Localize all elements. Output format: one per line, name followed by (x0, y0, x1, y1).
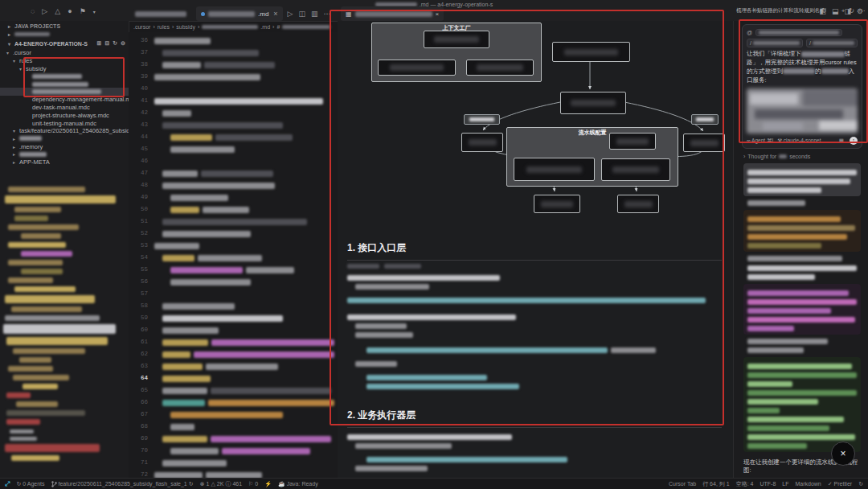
blurred-line (355, 284, 722, 290)
bolt-icon[interactable]: ⚡ (264, 481, 272, 487)
eol-status[interactable]: LF (782, 481, 788, 487)
cursor-ide-window: .md — a4-energy-operation-s ◌ ▷ △ ● ⚑ ▾ … (0, 0, 868, 489)
search-icon[interactable]: ◌ (31, 7, 35, 15)
sync-icon[interactable]: ↻ (858, 481, 863, 487)
new-folder-icon[interactable]: ⊟ (104, 40, 109, 47)
tree-item[interactable]: ▸ (0, 135, 129, 143)
breadcrumb-subsidy[interactable]: subsidy (176, 24, 195, 30)
at-icon[interactable]: @ (747, 30, 752, 35)
cursor-tab-status[interactable]: Cursor Tab (669, 481, 696, 487)
agent-mode[interactable]: ∞ Agent ⌘I (747, 138, 773, 144)
tree-item[interactable] (0, 88, 129, 96)
heading-interface-entry-layer: 1. 接口入口层 (347, 241, 722, 261)
thought-row[interactable]: › Thought for seconds (743, 154, 861, 159)
blurred-chat-text (743, 200, 861, 206)
blurred-line (747, 364, 857, 369)
blurred-line (347, 314, 722, 320)
history-icon[interactable]: ↻ (849, 7, 854, 14)
blurred-line (10, 437, 129, 441)
line-col-status[interactable]: 行 64, 列 1 (702, 480, 729, 488)
breadcrumb[interactable]: .cursor› rules› subsidy› .md› # (133, 22, 334, 32)
tree-item-project-structure-always-mdc[interactable]: project-structure-always.mdc (0, 112, 129, 120)
split-editor-icon[interactable]: ◫ (299, 10, 306, 18)
breadcrumb-cursor[interactable]: .cursor (133, 24, 150, 30)
blurred-segment (162, 339, 208, 346)
run-file-icon[interactable]: ▷ (288, 10, 293, 18)
problems-status[interactable]: ⊗1 △2K ⓘ461 (200, 480, 242, 488)
prettier-status[interactable]: ✓ Prettier (828, 481, 852, 487)
tree-item-rules[interactable]: ▾rules (0, 57, 129, 65)
tree-item--cursor[interactable]: ▾.cursor (0, 49, 129, 57)
blurred-line (11, 306, 129, 312)
line-number: 38 (129, 59, 148, 71)
line-number: 37 (129, 47, 148, 59)
language-status[interactable]: Markdown (795, 481, 821, 487)
code-editor[interactable]: 3637383940414243444546474849505152535455… (129, 32, 338, 479)
blurred-code-line (154, 264, 334, 276)
tree-item-app-meta[interactable]: ▸APP-META (0, 158, 129, 166)
tree-item--memory[interactable]: ▸.memory (0, 142, 129, 150)
new-file-icon[interactable]: ⊞ (97, 40, 102, 47)
blurred-segment (162, 436, 207, 442)
bookmark-icon[interactable]: ⚑ (80, 7, 86, 15)
context-pill[interactable]: / (747, 39, 803, 47)
flag-status[interactable]: ⚐0 (248, 481, 258, 487)
layout-icon[interactable]: ▥ (311, 10, 318, 18)
more-icon[interactable]: ⋯ (858, 7, 865, 14)
record-icon[interactable]: ● (68, 7, 72, 15)
section-blurred[interactable]: ▸ (0, 29, 129, 37)
refresh-icon[interactable]: ↻ (113, 40, 117, 47)
breadcrumb-rules[interactable]: rules (158, 24, 170, 30)
collapse-all-icon[interactable]: ⊖ (121, 40, 125, 47)
encoding-status[interactable]: UTF-8 (760, 481, 776, 487)
blurred-line (747, 216, 857, 222)
blurred-line (747, 381, 857, 387)
context-pill[interactable] (755, 29, 842, 36)
git-branch[interactable]: feature/20250611_25406285_subsidy_flash_… (51, 481, 194, 487)
diagram-node (466, 60, 534, 76)
line-number: 36 (129, 35, 148, 47)
attached-image[interactable] (747, 88, 858, 134)
close-icon[interactable]: × (273, 10, 277, 18)
tree-item-task-feature-20250611-25406285[interactable]: ▾task/feature/20250611_25406285_subsidy_… (0, 127, 129, 135)
chevron-down-icon[interactable]: ▾ (93, 9, 96, 14)
close-icon[interactable]: × (436, 10, 440, 18)
model-selector[interactable]: ⚒ claude-4-sonnet (777, 138, 821, 144)
preview-tab[interactable]: ▦ × (341, 6, 444, 21)
blurred-segment (747, 417, 844, 422)
tree-item[interactable]: ▸ (0, 150, 129, 158)
blurred-code-line (154, 95, 334, 107)
blurred-code-line (154, 59, 334, 71)
sidebar-toolbar: ◌ ▷ △ ● ⚑ ▾ (31, 7, 96, 15)
remote-indicator-icon[interactable]: ⤢ (5, 480, 10, 488)
tree-item[interactable] (0, 72, 129, 80)
indent-status[interactable]: 空格: 4 (736, 480, 754, 488)
blurred-code-line (154, 433, 334, 445)
tree-item-subsidy[interactable]: ▾subsidy (0, 64, 129, 72)
tree-item[interactable] (0, 80, 129, 88)
tree-item-unit-testing-manual-mdc[interactable]: unit-testing-manual.mdc (0, 119, 129, 127)
tab-inactive[interactable] (130, 6, 191, 21)
agents-status[interactable]: ↻0 Agents (16, 481, 44, 487)
new-chat-icon[interactable]: + (841, 7, 845, 14)
image-icon[interactable]: ▦ (839, 138, 844, 144)
test-icon[interactable]: △ (55, 7, 60, 15)
blurred-segment (14, 216, 48, 221)
run-icon[interactable]: ▷ (42, 7, 47, 15)
blurred-segment (747, 225, 855, 231)
floating-action-button[interactable]: × (831, 442, 855, 466)
tab-active[interactable]: .md × (196, 6, 283, 21)
tree-item-dev-task-manual-mdc[interactable]: dev-task-manual.mdc (0, 104, 129, 112)
java-status[interactable]: ☕Java: Ready (278, 481, 318, 487)
blurred-line (747, 399, 857, 405)
context-pill[interactable]: / (806, 39, 858, 47)
markdown-preview-pane[interactable]: 上下文工厂 流水线配置 1. 接口入 (338, 21, 733, 479)
more-actions-icon[interactable]: ⋯ (324, 10, 331, 18)
workspace-header[interactable]: ▾ A4-ENERGY-OPERATION-S ⊞ ⊟ ↻ ⊖ (0, 37, 129, 48)
blurred-line (747, 234, 857, 240)
section-java-projects[interactable]: ▸ JAVA PROJECTS (0, 21, 129, 29)
blurred-code-block (743, 210, 861, 252)
tree-item-dependency-management-manual-m[interactable]: dependency-management-manual.mdc (0, 96, 129, 104)
send-button[interactable]: ↑ (850, 137, 858, 145)
chat-tab-title[interactable]: 梳理各补贴链路的计算和流转规则名梳理 (736, 7, 826, 14)
